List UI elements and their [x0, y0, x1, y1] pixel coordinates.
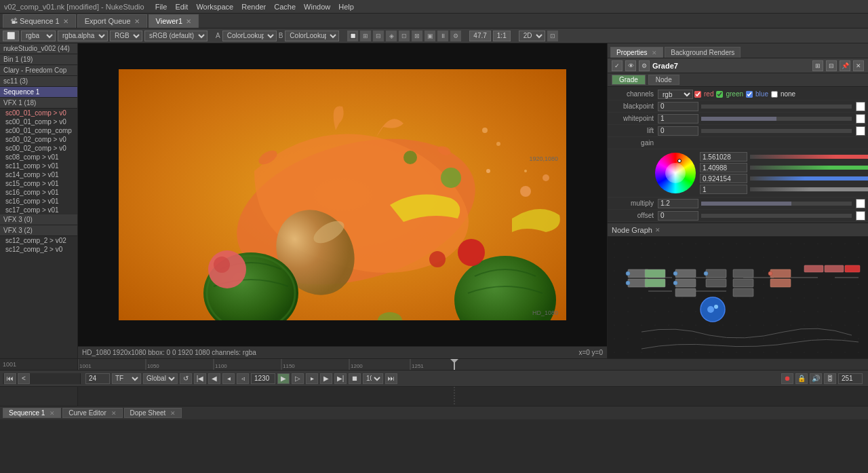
- grid-icon[interactable]: ⊟: [373, 31, 384, 41]
- lift-swatch[interactable]: [856, 126, 865, 136]
- list-item-sc16b[interactable]: sc16_comp > v01: [0, 197, 77, 206]
- node-graph-close[interactable]: ✕: [655, 227, 660, 233]
- list-item-sc0002b[interactable]: sc00_02_comp > v0: [0, 144, 77, 153]
- tab-export-queue[interactable]: Export Queue ✕: [77, 14, 147, 28]
- section-sc11[interactable]: sc11 (3): [0, 76, 77, 87]
- list-item-sc0002a[interactable]: sc00_02_comp > v0: [0, 135, 77, 144]
- channels-select[interactable]: rgbrgbaredgreenblue: [658, 90, 693, 99]
- gain-r-slider[interactable]: [750, 155, 868, 159]
- offset-swatch[interactable]: [856, 211, 865, 221]
- tab-close-sequence1[interactable]: ✕: [63, 18, 68, 25]
- record-btn[interactable]: ⏺: [781, 373, 793, 384]
- play-btn[interactable]: ▶: [277, 373, 290, 384]
- next-play-btn[interactable]: ▶: [320, 373, 332, 384]
- lift-value[interactable]: 0: [658, 126, 698, 136]
- section-bin1[interactable]: Bin 1 (19): [0, 54, 77, 65]
- prev-track-btn[interactable]: ⏮: [4, 373, 16, 384]
- viewer-reset-btn[interactable]: ⬜: [3, 31, 19, 41]
- prev-play-btn[interactable]: ◀: [208, 373, 220, 384]
- offset-value[interactable]: 0: [658, 211, 698, 221]
- compare-icon[interactable]: ▣: [425, 31, 435, 41]
- loop-btn[interactable]: ↺: [180, 373, 192, 384]
- global-select[interactable]: Global: [143, 373, 178, 384]
- list-item-sc12a[interactable]: sc12_comp_2 > v02: [0, 236, 77, 245]
- pip-icon[interactable]: ⊡: [399, 31, 410, 41]
- gain-a-slider[interactable]: [750, 187, 868, 191]
- next-step-btn[interactable]: ▷: [292, 373, 304, 384]
- frame-skip-select[interactable]: 10: [363, 373, 383, 384]
- gain-g-slider[interactable]: [750, 166, 868, 170]
- node-collapse-btn[interactable]: ⊟: [826, 60, 837, 71]
- node-view-btn[interactable]: 👁: [625, 60, 636, 71]
- section-vfx3b[interactable]: VFX 3 (2): [0, 225, 77, 236]
- multiply-swatch[interactable]: [856, 199, 865, 208]
- bottom-tab-dope-sheet[interactable]: Dope Sheet ✕: [124, 408, 182, 418]
- blackpoint-slider[interactable]: [701, 105, 852, 109]
- wipe-icon[interactable]: ⊠: [412, 31, 422, 41]
- tab-close-viewer1[interactable]: ✕: [186, 18, 191, 25]
- properties-tab-close[interactable]: ✕: [652, 50, 657, 56]
- node-expand-btn[interactable]: ⊞: [812, 60, 823, 71]
- overlay-icon[interactable]: ◈: [386, 31, 397, 41]
- current-frame[interactable]: 1230: [251, 373, 275, 384]
- prev-slow-btn[interactable]: ◂: [222, 373, 235, 384]
- gain-r-value[interactable]: 1.561028: [700, 152, 747, 162]
- whitepoint-swatch[interactable]: [856, 114, 865, 124]
- stop-btn[interactable]: ⏹: [349, 373, 361, 384]
- menu-help[interactable]: Help: [338, 3, 354, 11]
- settings-icon[interactable]: ⚙: [450, 31, 461, 41]
- list-item-sc0001b[interactable]: sc00_01_comp > v0: [0, 117, 77, 126]
- bottom-tab-sequence1[interactable]: Sequence 1 ✕: [3, 408, 61, 418]
- list-item-sc0001a[interactable]: sc00_01_comp > v0: [0, 109, 77, 117]
- section-vfx1[interactable]: VFX 1 (18): [0, 98, 77, 109]
- gain-ratio[interactable]: 1:1: [493, 31, 511, 41]
- viewer-image-area[interactable]: 1920,1080 HD_1080: [78, 43, 607, 346]
- fit-icon[interactable]: ⊞: [360, 31, 371, 41]
- pause-icon[interactable]: ⏸: [437, 31, 448, 41]
- gain-b-value[interactable]: 0.924154: [700, 174, 747, 183]
- whitepoint-slider[interactable]: [701, 117, 852, 121]
- list-item-sc17[interactable]: sc17_comp > v01: [0, 206, 77, 214]
- list-item-sc11[interactable]: sc11_comp > v01: [0, 162, 77, 170]
- ch-red-check[interactable]: [694, 91, 701, 98]
- gain-g-value[interactable]: 1.40988: [700, 163, 747, 172]
- prev-frame-btn[interactable]: |◀: [194, 373, 206, 384]
- menu-cache[interactable]: Cache: [274, 3, 296, 11]
- menu-file[interactable]: File: [155, 3, 167, 11]
- fps-value[interactable]: 24: [85, 373, 110, 384]
- tab-properties[interactable]: Properties ✕: [610, 47, 663, 58]
- section-clary[interactable]: Clary - Freedom Cop: [0, 65, 77, 76]
- lift-slider[interactable]: [701, 129, 852, 133]
- channel-select[interactable]: rgbargbalpha: [21, 31, 56, 41]
- input-b-select[interactable]: ColorLookup: [285, 31, 339, 41]
- next-frame-btn[interactable]: ▶|: [334, 373, 347, 384]
- menu-edit[interactable]: Edit: [175, 3, 188, 11]
- lock-btn[interactable]: 🔒: [795, 373, 808, 384]
- prev-btn[interactable]: <: [18, 373, 30, 384]
- bottom-tab-curve-close[interactable]: ✕: [111, 410, 117, 417]
- view-mode-select[interactable]: 2D3D: [519, 31, 545, 41]
- node-settings-btn[interactable]: ⚙: [639, 60, 650, 71]
- blackpoint-value[interactable]: 0: [658, 102, 698, 111]
- node-graph-canvas[interactable]: [608, 237, 868, 358]
- fullscreen-icon[interactable]: ⊡: [547, 31, 558, 41]
- tab-node[interactable]: Node: [648, 75, 679, 85]
- node-pin-btn[interactable]: 📌: [840, 60, 850, 71]
- multiply-value[interactable]: 1.2: [658, 199, 698, 208]
- input-a-select[interactable]: ColorLookup: [222, 31, 277, 41]
- gain-b-slider[interactable]: [750, 176, 868, 181]
- fps-mode-select[interactable]: TFNDF: [112, 373, 141, 384]
- end-frame-btn[interactable]: ⏭: [385, 373, 397, 384]
- tab-bg-renders[interactable]: Background Renders: [665, 47, 741, 58]
- end-frame-value[interactable]: 251: [838, 373, 863, 384]
- ch-none-check[interactable]: [771, 91, 778, 98]
- tab-sequence1[interactable]: 📽 Sequence 1 ✕: [3, 14, 76, 28]
- list-item-sc14[interactable]: sc14_comp > v01: [0, 170, 77, 179]
- whitepoint-value[interactable]: 1: [658, 114, 698, 124]
- ch-blue-check[interactable]: [746, 91, 753, 98]
- multiply-slider[interactable]: [701, 202, 852, 206]
- list-item-sc16a[interactable]: sc16_comp > v01: [0, 188, 77, 197]
- lut-select[interactable]: sRGB (default): [144, 31, 208, 41]
- list-item-sc15[interactable]: sc15_comp > v01: [0, 179, 77, 188]
- tab-grade[interactable]: Grade: [612, 75, 646, 85]
